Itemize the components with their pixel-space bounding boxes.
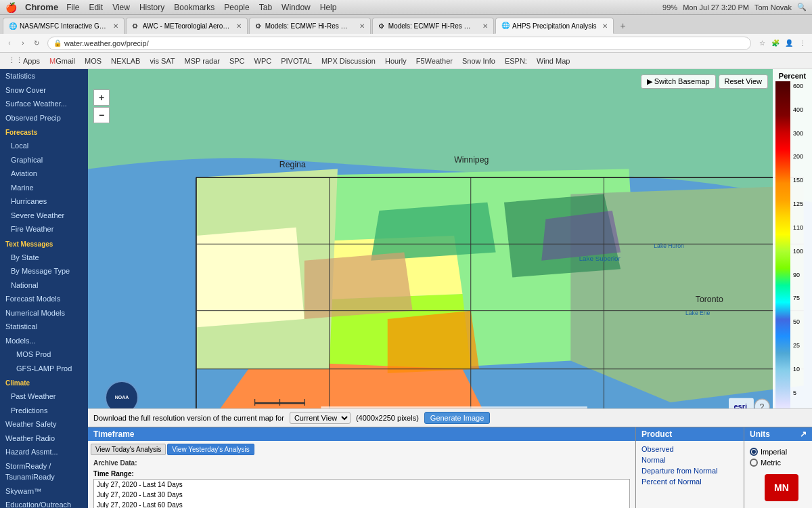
sidebar-surface-weather[interactable]: Surface Weather... [0, 97, 88, 111]
imperial-radio[interactable] [750, 448, 758, 456]
tab-2[interactable]: ⚙ Models: ECMWF Hi-Res — Piv... ✕ [249, 18, 371, 34]
unit-metric[interactable]: Metric [750, 457, 807, 468]
date-item-1[interactable]: July 27, 2020 - Last 30 Days [94, 490, 629, 500]
reset-view-button[interactable]: Reset View [719, 75, 768, 89]
metric-radio[interactable] [750, 459, 758, 467]
sidebar-hurricanes[interactable]: Hurricanes [0, 194, 88, 209]
date-item-0[interactable]: July 27, 2020 - Last 14 Days [94, 480, 629, 490]
sidebar-mos-prod[interactable]: MOS Prod [0, 347, 88, 362]
tab-close-4[interactable]: ✕ [602, 22, 608, 30]
tab-close-1[interactable]: ✕ [236, 22, 242, 30]
bookmark-mos[interactable]: MOS [81, 55, 106, 67]
bookmark-spc[interactable]: SPC [225, 55, 249, 67]
bookmark-espn[interactable]: ESPN: [501, 55, 531, 67]
menu-help[interactable]: Help [320, 3, 337, 12]
bookmark-f5[interactable]: F5Weather [412, 55, 457, 67]
sidebar-marine[interactable]: Marine [0, 181, 88, 195]
switch-basemap-button[interactable]: ▶ Switch Basemap [641, 75, 716, 89]
sidebar-local[interactable]: Local [0, 139, 88, 153]
menu-view[interactable]: View [112, 3, 130, 12]
sidebar-weather-safety[interactable]: Weather Safety [0, 417, 88, 431]
sidebar-national[interactable]: National [0, 278, 88, 293]
sidebar-skywarn[interactable]: Skywarn™ [0, 484, 88, 499]
forward-button[interactable]: › [18, 38, 28, 49]
sidebar-forecast-models[interactable]: Forecast Models [0, 292, 88, 306]
sidebar-stormready[interactable]: StormReady / TsunamiReady [0, 459, 88, 484]
tab-close-2[interactable]: ✕ [359, 22, 365, 30]
search-icon[interactable]: 🔍 [797, 3, 807, 12]
product-percent[interactable]: Percent of Normal [641, 476, 738, 487]
menu-history[interactable]: History [139, 3, 164, 12]
menu-window[interactable]: Window [281, 3, 311, 12]
tab-favicon-2: ⚙ [255, 22, 263, 30]
bookmark-mspr[interactable]: MSP radar [181, 55, 224, 67]
map-area[interactable]: Regina Winnipeg Toronto Lake Superior La… [88, 69, 812, 408]
menu-edit[interactable]: Edit [89, 3, 103, 12]
menu-tab[interactable]: Tab [259, 3, 272, 12]
sidebar-education[interactable]: Education/Outreach [0, 498, 88, 508]
address-bar[interactable]: 🔒 water.weather.gov/precip/ [47, 37, 751, 50]
tab-favicon-0: 🌐 [9, 22, 17, 30]
sidebar-graphical[interactable]: Graphical [0, 153, 88, 167]
sidebar-observed-precip[interactable]: Observed Precip [0, 111, 88, 125]
apple-icon[interactable]: 🍎 [5, 2, 17, 13]
sidebar-predictions[interactable]: Predictions [0, 404, 88, 418]
bookmark-pivotal[interactable]: PIVOTAL [277, 55, 316, 67]
map-top-controls: ▶ Switch Basemap Reset View [641, 75, 768, 89]
view-select[interactable]: Current View Full Extent [290, 412, 351, 424]
bookmark-snow[interactable]: Snow Info [458, 55, 499, 67]
tab-3[interactable]: ⚙ Models: ECMWF Hi-Res — Piv... ✕ [372, 18, 494, 34]
tab-0[interactable]: 🌐 NASA/MSFC Interactive GOES... ✕ [3, 18, 125, 34]
sidebar-hazard-assmt[interactable]: Hazard Assmt... [0, 445, 88, 459]
bookmark-star[interactable]: ☆ [757, 38, 767, 49]
menu-file[interactable]: File [66, 3, 79, 12]
view-today-tab[interactable]: View Today's Analysis [91, 444, 166, 455]
sidebar-severe-weather[interactable]: Severe Weather [0, 209, 88, 223]
sidebar-aviation[interactable]: Aviation [0, 167, 88, 181]
sidebar-by-state[interactable]: By State [0, 251, 88, 265]
product-normal[interactable]: Normal [641, 454, 738, 465]
svg-rect-19 [279, 399, 280, 406]
bookmark-mpx[interactable]: MPX Discussion [317, 55, 380, 67]
bookmark-windmap[interactable]: Wind Map [533, 55, 574, 67]
date-item-2[interactable]: July 27, 2020 - Last 60 Days [94, 500, 629, 508]
sidebar-numerical-models[interactable]: Numerical Models [0, 306, 88, 320]
zoom-in-button[interactable]: + [93, 89, 110, 106]
bookmark-apps[interactable]: ⋮⋮ Apps [4, 55, 44, 67]
bookmark-wpc[interactable]: WPC [250, 55, 276, 67]
generate-image-button[interactable]: Generate Image [424, 412, 491, 424]
new-tab-button[interactable]: + [615, 18, 631, 34]
units-expand-icon[interactable]: ↗ [800, 429, 807, 439]
extensions-button[interactable]: 🧩 [770, 38, 781, 49]
tab-close-3[interactable]: ✕ [482, 22, 488, 30]
profile-button[interactable]: 👤 [784, 38, 794, 49]
sidebar-snow-cover[interactable]: Snow Cover [0, 83, 88, 98]
bookmark-gmail[interactable]: M Gmail [45, 55, 79, 67]
sidebar-by-message-type[interactable]: By Message Type [0, 264, 88, 278]
menu-people[interactable]: People [224, 3, 249, 12]
product-observed[interactable]: Observed [641, 444, 738, 454]
product-departure[interactable]: Departure from Normal [641, 465, 738, 476]
sidebar-past-weather[interactable]: Past Weather [0, 389, 88, 404]
view-yesterday-tab[interactable]: View Yesterday's Analysis [167, 444, 254, 455]
back-button[interactable]: ‹ [4, 38, 15, 49]
zoom-out-button[interactable]: − [93, 107, 110, 123]
sidebar-statistical[interactable]: Statistical [0, 320, 88, 334]
reload-button[interactable]: ↻ [31, 38, 42, 49]
tab-label-0: NASA/MSFC Interactive GOES... [20, 22, 108, 30]
sidebar-fire-weather[interactable]: Fire Weather [0, 222, 88, 236]
menu-bookmarks[interactable]: Bookmarks [174, 3, 215, 12]
sidebar-weather-radio[interactable]: Weather Radio [0, 431, 88, 446]
sidebar-models[interactable]: Models... [0, 334, 88, 348]
tab-4[interactable]: 🌐 AHPS Precipitation Analysis ✕ [495, 18, 614, 34]
unit-imperial[interactable]: Imperial [750, 446, 807, 457]
menu-dots[interactable]: ⋮ [797, 38, 808, 49]
sidebar-gfs-lamp[interactable]: GFS-LAMP Prod [0, 362, 88, 376]
tab-favicon-4: 🌐 [501, 22, 510, 30]
bookmark-hourly[interactable]: Hourly [381, 55, 411, 67]
sidebar-statistics[interactable]: Statistics [0, 69, 88, 83]
bookmark-nexlab[interactable]: NEXLAB [107, 55, 144, 67]
tab-1[interactable]: ⚙ AWC - METeorologial Aerod... ✕ [126, 18, 248, 34]
bookmark-vissat[interactable]: vis SAT [145, 55, 179, 67]
tab-close-0[interactable]: ✕ [113, 22, 118, 30]
